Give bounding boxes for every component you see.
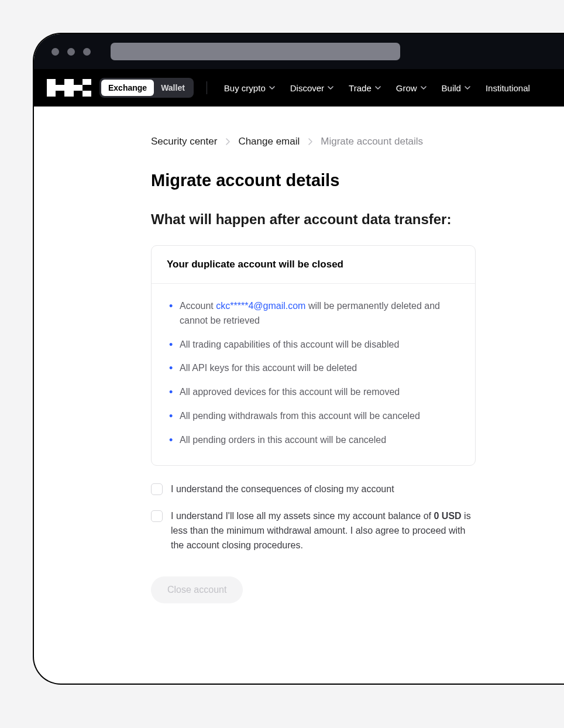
text: I understand I'll lose all my assets sin… xyxy=(171,511,434,521)
nav-institutional[interactable]: Institutional xyxy=(478,83,538,93)
text: Account xyxy=(180,301,216,311)
window-minimize-dot[interactable] xyxy=(67,48,75,56)
check-understand-asset-loss[interactable]: I understand I'll lose all my assets sin… xyxy=(151,509,476,552)
chevron-down-icon xyxy=(269,85,275,91)
checkbox[interactable] xyxy=(151,483,163,495)
page-subtitle: What will happen after account data tran… xyxy=(151,211,479,228)
chevron-down-icon xyxy=(465,85,470,91)
panel-heading: Your duplicate account will be closed xyxy=(152,246,475,284)
checkbox[interactable] xyxy=(151,510,163,522)
close-account-button[interactable]: Close account xyxy=(151,576,243,603)
nav-label: Trade xyxy=(349,83,372,93)
nav-label: Grow xyxy=(396,83,417,93)
consequence-item: All pending withdrawals from this accoun… xyxy=(167,409,460,424)
consequences-panel: Your duplicate account will be closed Ac… xyxy=(151,245,476,466)
page-title: Migrate account details xyxy=(151,171,479,190)
nav-label: Buy crypto xyxy=(224,83,266,93)
chevron-down-icon xyxy=(375,85,381,91)
breadcrumb-change-email[interactable]: Change email xyxy=(238,136,300,147)
account-email: ckc*****4@gmail.com xyxy=(216,301,305,311)
window-titlebar xyxy=(34,34,564,69)
consequence-item: All API keys for this account will be de… xyxy=(167,361,460,376)
mode-toggle: Exchange Wallet xyxy=(99,78,194,98)
chevron-down-icon xyxy=(328,85,333,91)
checkbox-label: I understand the consequences of closing… xyxy=(171,482,394,497)
consequence-item: All trading capabilities of this account… xyxy=(167,338,460,352)
consequence-item: All approved devices for this account wi… xyxy=(167,385,460,400)
nav-label: Institutional xyxy=(486,83,530,93)
chevron-right-icon xyxy=(225,138,230,145)
check-understand-consequences[interactable]: I understand the consequences of closing… xyxy=(151,482,476,497)
window-close-dot[interactable] xyxy=(51,48,59,56)
checkbox-label: I understand I'll lose all my assets sin… xyxy=(171,509,476,552)
breadcrumb-current: Migrate account details xyxy=(321,136,423,147)
top-nav: Exchange Wallet Buy crypto Discover Trad… xyxy=(34,69,564,107)
chevron-down-icon xyxy=(421,85,427,91)
nav-separator xyxy=(207,81,207,94)
nav-grow[interactable]: Grow xyxy=(388,83,434,93)
panel-body: Account ckc*****4@gmail.com will be perm… xyxy=(152,284,475,465)
balance-amount: 0 USD xyxy=(434,511,462,521)
url-bar[interactable] xyxy=(111,43,400,60)
browser-window: Exchange Wallet Buy crypto Discover Trad… xyxy=(34,34,564,684)
nav-buy-crypto[interactable]: Buy crypto xyxy=(216,83,283,93)
confirmation-checks: I understand the consequences of closing… xyxy=(151,482,476,553)
page-content: Security center Change email Migrate acc… xyxy=(34,107,479,603)
breadcrumb-security-center[interactable]: Security center xyxy=(151,136,217,147)
toggle-exchange[interactable]: Exchange xyxy=(101,80,154,96)
nav-discover[interactable]: Discover xyxy=(283,83,341,93)
toggle-wallet[interactable]: Wallet xyxy=(154,80,192,96)
consequence-item: Account ckc*****4@gmail.com will be perm… xyxy=(167,299,460,328)
breadcrumb: Security center Change email Migrate acc… xyxy=(151,136,479,147)
nav-build[interactable]: Build xyxy=(434,83,478,93)
consequence-item: All pending orders in this account will … xyxy=(167,433,460,448)
okx-logo[interactable] xyxy=(47,79,91,97)
nav-label: Build xyxy=(442,83,461,93)
window-maximize-dot[interactable] xyxy=(83,48,91,56)
nav-trade[interactable]: Trade xyxy=(341,83,388,93)
chevron-right-icon xyxy=(308,138,312,145)
nav-label: Discover xyxy=(290,83,324,93)
